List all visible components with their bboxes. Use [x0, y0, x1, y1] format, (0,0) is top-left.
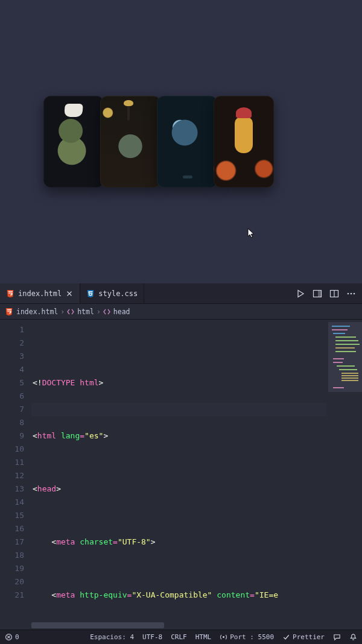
status-eol[interactable]: CRLF [171, 633, 187, 641]
breadcrumb[interactable]: index.html › html › head [0, 304, 362, 320]
svg-point-4 [348, 292, 349, 294]
html5-icon [5, 308, 13, 316]
status-bar: 0 Espacios: 4 UTF-8 CRLF HTML Port : 550… [0, 630, 362, 644]
breadcrumb-file[interactable]: index.html [5, 308, 58, 316]
card-dino-chef[interactable] [43, 96, 104, 188]
minimap[interactable] [327, 320, 362, 630]
horizontal-scrollbar[interactable] [31, 622, 326, 628]
close-icon[interactable] [65, 289, 74, 298]
tab-label: index.html [18, 289, 62, 298]
check-icon [282, 633, 290, 641]
html5-icon [6, 289, 14, 298]
card-dino-bartender[interactable] [100, 96, 160, 188]
chevron-right-icon: › [97, 308, 101, 316]
breadcrumb-label: head [113, 308, 130, 316]
breadcrumb-symbol-head[interactable]: head [103, 308, 130, 316]
svg-point-5 [351, 292, 352, 294]
status-prettier[interactable]: Prettier [282, 633, 325, 641]
svg-point-8 [223, 636, 224, 638]
broadcast-icon [220, 633, 227, 641]
tab-style-css[interactable]: style.css [80, 283, 144, 303]
more-actions-icon[interactable] [346, 289, 356, 298]
svg-rect-1 [318, 290, 322, 297]
editor-tab-bar: index.html style.css [0, 283, 362, 304]
card-row [43, 96, 274, 188]
card-dino-firefighter[interactable] [214, 96, 274, 188]
tab-index-html[interactable]: index.html [0, 283, 80, 303]
editor-tab-actions [290, 283, 362, 303]
status-live-server[interactable]: Port : 5500 [220, 633, 274, 641]
status-language[interactable]: HTML [195, 633, 212, 641]
live-preview-pane [0, 0, 362, 283]
css3-icon [86, 289, 95, 298]
mouse-cursor-icon [247, 228, 255, 239]
status-problems[interactable]: 0 [5, 633, 19, 641]
bell-icon [349, 633, 357, 641]
breadcrumb-label: html [77, 308, 94, 316]
status-error-count: 0 [15, 633, 19, 641]
chevron-right-icon: › [60, 308, 65, 316]
card-dino-blue[interactable] [157, 96, 217, 188]
symbol-icon [103, 308, 110, 315]
tab-label: style.css [98, 289, 138, 298]
svg-point-6 [354, 292, 355, 294]
line-number-gutter: 123456789101112131415161718192021 [0, 320, 31, 630]
breadcrumb-label: index.html [16, 308, 58, 316]
run-icon[interactable] [296, 289, 305, 298]
symbol-icon [67, 308, 74, 315]
status-indent[interactable]: Espacios: 4 [90, 633, 134, 641]
error-icon [5, 633, 13, 641]
status-notifications[interactable] [349, 633, 357, 641]
feedback-icon [333, 633, 341, 641]
status-encoding[interactable]: UTF-8 [142, 633, 162, 641]
code-area[interactable]: 123456789101112131415161718192021 <!DOCT… [0, 320, 362, 630]
minimap-content [331, 324, 360, 391]
scrollbar-thumb[interactable] [31, 622, 164, 628]
status-feedback[interactable] [333, 633, 341, 641]
split-editor-right-icon[interactable] [313, 289, 322, 298]
code-text[interactable]: <!DOCTYPE html> <html lang="es"> <head> … [31, 320, 327, 630]
breadcrumb-symbol-html[interactable]: html [67, 308, 94, 316]
split-editor-down-icon[interactable] [329, 289, 339, 298]
code-editor: index.html style.css [0, 283, 362, 644]
